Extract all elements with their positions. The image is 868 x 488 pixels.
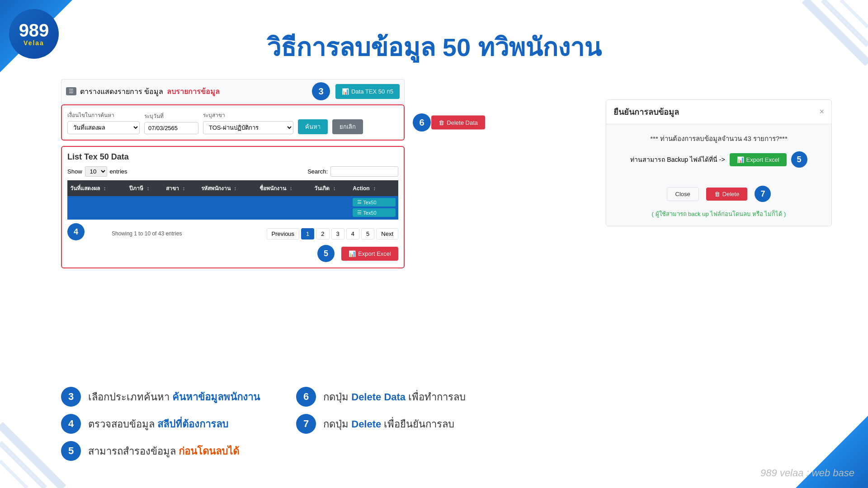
instr-text-7: กดปุ่ม Delete เพื่อยืนยันการลบ (323, 416, 454, 432)
table-title-link: ลบรายการข้อมูล (167, 86, 220, 97)
branch-group: ระบุสาขา TOS-ผ่านปฏิบัติการ (203, 111, 293, 134)
modal-body: *** ท่านต้องการลบข้อมูลจำนวน 43 รายการ?*… (606, 124, 831, 186)
date-input[interactable] (144, 122, 198, 134)
modal-backup-line: ท่านสามารถ Backup ไฟล์ได้ที่นี่ -> 📊 Exp… (617, 151, 821, 168)
data-table-title: List Tex 50 Data (67, 152, 398, 162)
instr-item-5: 5 สามารถสำรองข้อมูล ก่อนโดนลบได้ (61, 441, 260, 461)
cancel-button[interactable]: ยกเลิก (332, 119, 363, 134)
instr-item-6: 6 กดปุ่ม Delete Data เพื่อทำการลบ (296, 387, 466, 407)
modal-header: ยืนยันการลบข้อมูล × (606, 100, 831, 124)
modal-title: ยืนยันการลบข้อมูล (613, 105, 679, 118)
backup-text: ท่านสามารถ Backup ไฟล์ได้ที่นี่ -> (630, 155, 725, 164)
table-header-row: วันที่แสดงผล ↕ ปีภาษี ↕ สาขา ↕ รหัสพนักง… (67, 180, 398, 196)
pagination: Previous 1 2 3 4 5 Next (267, 228, 398, 239)
instr-highlight-6: Delete Data (351, 391, 406, 403)
instructions: 3 เลือกประเภทค้นหา ค้นหาข้อมูลพนักงาน 4 … (61, 387, 811, 461)
col-date: วันที่แสดงผล ↕ (67, 180, 127, 196)
modal-step7-badge: 7 (755, 186, 771, 202)
instr-highlight-3: ค้นหาข้อมูลพนักงาน (172, 391, 260, 403)
instr-item-7: 7 กดปุ่ม Delete เพื่อยืนยันการลบ (296, 414, 466, 434)
search-type-label: เงื่อนไขในการค้นหา (67, 111, 140, 119)
date-group: ระบุวันที่ (144, 112, 198, 134)
instr-badge-3: 3 (61, 387, 81, 407)
next-page-btn[interactable]: Next (376, 228, 398, 239)
step4-badge: 4 (67, 223, 85, 240)
table-title-section: ☰ ตารางแสดงรายการ ข้อมูล ลบรายการข้อมูล (66, 86, 220, 97)
export-excel-btn-modal[interactable]: 📊 Export Excel (730, 153, 787, 166)
instr-item-4: 4 ตรวจสอบข้อมูล สลีปที่ต้องการลบ (61, 414, 260, 434)
instr-highlight-4: สลีปที่ต้องการลบ (157, 418, 228, 430)
branch-select[interactable]: TOS-ผ่านปฏิบัติการ (203, 121, 293, 134)
table-row: ☰ Tex50 ☰ Tex50 (67, 196, 398, 220)
col-birthday: วันเกิด ↕ (311, 180, 350, 196)
modal-footer: Close 🗑 Delete 7 (606, 186, 831, 209)
modal-close-icon[interactable]: × (819, 107, 824, 117)
logo-number: 989 (19, 21, 49, 39)
logo-subtext: Velaa (24, 39, 44, 47)
instr-text-5: สามารถสำรองข้อมูล ก่อนโดนลบได้ (88, 443, 239, 459)
search-button[interactable]: ค้นหา (298, 119, 328, 134)
data-table-container: List Tex 50 Data Show 10 entries Search:… (61, 146, 405, 268)
tex50-btn-2[interactable]: ☰ Tex50 (353, 208, 396, 217)
instructions-right: 6 กดปุ่ม Delete Data เพื่อทำการลบ 7 กดปุ… (296, 387, 466, 461)
step5-badge-bottom: 5 (317, 245, 335, 262)
page-5-btn[interactable]: 5 (361, 228, 374, 239)
modal-warning: *** ท่านต้องการลบข้อมูลจำนวน 43 รายการ?*… (617, 133, 821, 144)
search-type-select[interactable]: วันที่แสดงผล (67, 121, 140, 134)
instr-highlight-7: Delete (351, 418, 381, 430)
col-year: ปีภาษี ↕ (127, 180, 163, 196)
data-table: วันที่แสดงผล ↕ ปีภาษี ↕ สาขา ↕ รหัสพนักง… (67, 180, 398, 220)
branch-label: ระบุสาขา (203, 111, 293, 119)
logo: 989 Velaa (9, 9, 63, 63)
table-search-box: Search: (307, 166, 398, 177)
instr-badge-5: 5 (61, 441, 81, 461)
step3-badge-header: 3 (312, 82, 330, 100)
date-label: ระบุวันที่ (144, 112, 198, 120)
data-tex-btn[interactable]: 📊 Data TEX 50 ก5 (335, 84, 400, 99)
table-search-input[interactable] (330, 166, 398, 177)
instr-badge-6: 6 (296, 387, 316, 407)
delete-confirm-btn[interactable]: 🗑 Delete (706, 188, 748, 201)
instr-item-3: 3 เลือกประเภทค้นหา ค้นหาข้อมูลพนักงาน (61, 387, 260, 407)
export-section: 5 📊 Export Excel (67, 245, 398, 262)
table-header-bar: ☰ ตารางแสดงรายการ ข้อมูล ลบรายการข้อมูล … (61, 79, 405, 103)
pagination-wrapper: 4 Showing 1 to 10 of 43 entries Previous… (67, 223, 398, 240)
page-1-btn[interactable]: 1 (301, 228, 314, 239)
instr-text-6: กดปุ่ม Delete Data เพื่อทำการลบ (323, 389, 466, 405)
modal-panel: ยืนยันการลบข้อมูล × *** ท่านต้องการลบข้อ… (606, 99, 832, 226)
page-2-btn[interactable]: 2 (316, 228, 329, 239)
left-panel: ☰ ตารางแสดงรายการ ข้อมูล ลบรายการข้อมูล … (61, 79, 405, 268)
instr-highlight-5: ก่อนโดนลบได้ (179, 446, 239, 457)
svg-line-3 (0, 425, 63, 488)
export-excel-btn-bottom[interactable]: 📊 Export Excel (341, 247, 398, 261)
instr-badge-4: 4 (61, 414, 81, 434)
search-type-group: เงื่อนไขในการค้นหา วันที่แสดงผล (67, 111, 140, 134)
table-icon: ☰ (66, 87, 76, 95)
close-modal-btn[interactable]: Close (667, 187, 699, 201)
instr-badge-7: 7 (296, 414, 316, 434)
col-branch: สาขา ↕ (163, 180, 198, 196)
col-action: Action ↕ (350, 180, 398, 196)
tex50-btn-1[interactable]: ☰ Tex50 (353, 198, 396, 206)
page-4-btn[interactable]: 4 (346, 228, 359, 239)
col-empname: ชื่อพนักงาน ↕ (257, 180, 311, 196)
modal-step5-badge: 5 (791, 151, 807, 168)
watermark: 989 velaa : web base (760, 467, 854, 479)
instr-text-4: ตรวจสอบข้อมูล สลีปที่ต้องการลบ (88, 416, 228, 432)
instr-text-3: เลือกประเภทค้นหา ค้นหาข้อมูลพนักงาน (88, 389, 260, 405)
showing-text: Showing 1 to 10 of 43 entries (112, 230, 182, 237)
entries-select[interactable]: 10 (85, 166, 107, 177)
col-empid: รหัสพนักงาน ↕ (198, 180, 257, 196)
search-form: เงื่อนไขในการค้นหา วันที่แสดงผล ระบุวันท… (61, 104, 405, 141)
table-title-static: ตารางแสดงรายการ ข้อมูล (80, 86, 163, 97)
step6-badge: 6 (413, 113, 431, 131)
prev-page-btn[interactable]: Previous (267, 228, 300, 239)
page-3-btn[interactable]: 3 (331, 228, 344, 239)
page-title: วิธีการลบข้อมูล 50 ทวิพนักงาน (0, 27, 868, 67)
delete-data-button[interactable]: 🗑 Delete Data (431, 116, 485, 130)
show-entries: Show 10 entries (67, 166, 127, 177)
instructions-left: 3 เลือกประเภทค้นหา ค้นหาข้อมูลพนักงาน 4 … (61, 387, 260, 461)
modal-note: ( ผู้ใช้สามารถ back up ไฟล์ก่อนโดนลบ หรื… (606, 209, 831, 226)
table-controls: Show 10 entries Search: (67, 166, 398, 177)
